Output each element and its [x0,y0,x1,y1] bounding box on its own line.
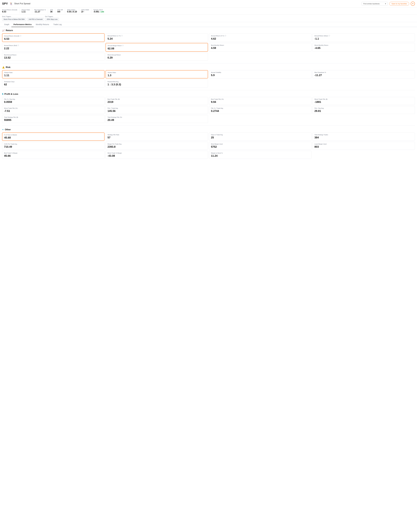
metric-least-margin-used: Least Margin Used 803 [313,142,415,150]
return-section-title: Return [6,29,13,32]
metric-annual-volatility: Annual Volatility 5.9 [209,70,312,78]
metric-annual-return-1yr: Annual Return (1 Yr) ⓘ 5.24 [105,33,208,42]
return-icon: 📈 [2,29,5,32]
tab-trade-log[interactable]: Trade Log [51,22,63,27]
tab-graph[interactable]: Graph [2,22,11,27]
metric-annual-return-bear: Annual Return (Bear) ⓘ -1.1 [313,33,415,42]
other-row-2: Cr/Dr Per Trade Avg. 710.49 Margin Per T… [2,142,415,150]
metric-best-annual-return: Best Annual Return 13.52 [2,53,104,61]
return-row-1: Annual Return (Overall) ⓘ 6.53 Annual Re… [2,33,415,42]
metric-best-trade-pnl-dollar: Best Trade P&L ($) 2319 [105,97,208,105]
stat-max-drawdown: Max Drawdown % -11.27 [34,9,48,13]
metric-reward-risk: Reward:Risk Avg. 1 : 3.3 (0.3) [105,80,208,87]
metric-strategy-win-rate: Strategy Win Rate 57 [105,132,208,141]
metric-best-monthly-return: Best Monthly Return 4.59 [209,43,312,52]
main-content: 📈 Return Annual Return (Overall) ⓘ 6.53 … [0,27,417,162]
metric-worst-trade-pct-margin: Worst Trade % Margin -43.08 [105,151,208,159]
info-icon: ⓘ [225,35,226,37]
metric-annual-return-bull: Annual Return (Bull) ⓘ 2.22 [2,43,104,52]
metric-total-strategy-trades: Total Strategy Trades 384 [313,132,415,141]
metric-most-margin-used: Most Margin Used 5752 [209,142,312,150]
other-icon: ✦ [2,129,4,131]
tab-monthly-returns[interactable]: Monthly Returns [34,22,51,27]
metric-worst-monthly-return: Worst Monthly Return -4.65 [313,43,415,52]
metric-worst-trade-pnl-pct: Worst Trade P&L (%) -7.51 [2,106,104,114]
risk-row-1: Sharpe Ratio 1.11 Sortino Ratio 1.3 Annu… [2,70,415,78]
trigger-tags-container: Stock Price is Below 50d SMA 14d RSI is … [2,18,415,21]
stat-annual-return-overall: Annual Return (Overall) 6.53 [2,9,20,13]
metric-max-drawdown: Max Drawdown % -11.27 [313,70,415,78]
risk-icon: ⚠️ [2,66,5,69]
metric-pnl-pct-trade-avg: P&L % / Trade Avg. 0.2744 [209,106,312,114]
metric-pnl-pct-day-avg: P&L % / Day Avg. 0.0559 [2,97,104,105]
return-row-2: Annual Return (Bull) ⓘ 2.22 Annual Margi… [2,43,415,52]
low-badge: LOW [100,11,104,13]
ticker-label: SPY [2,2,8,5]
header: SPY 🃏 Short Put Spread Find similar back… [0,0,417,8]
close-button[interactable]: × [411,1,415,6]
stats-bar: Annual Return (Overall) 6.53 Sharpe Rati… [0,8,417,15]
stat-sharpe-ratio: Sharpe Ratio 1.11 [21,9,32,13]
other-section-title: Other [5,128,11,131]
other-row-1: % of Time in Market 45.68 Strategy Win R… [2,132,415,141]
metric-annual-margin-return: Annual Margin Return ⓘ 62.08 [105,43,208,52]
pnl-section-header: $ Profit & Loss [2,93,415,95]
strategy-icon: 🃏 [10,2,13,5]
exit-triggers-label: Exit Triggers [45,16,53,17]
stat-strike-width: Strike Width 2/– [81,9,91,13]
info-icon: ⓘ [122,45,124,47]
metric-days-in-trade-avg: Days In Trade Avg. 25 [209,132,312,141]
metric-margin-to-stock: Margin to Stock % 11.24 [209,151,312,159]
metric-annual-return-5yr: Annual Return (5 Yr) ⓘ 4.62 [209,33,312,42]
info-icon: ⓘ [329,35,330,37]
return-section-header: 📈 Return [2,29,415,32]
metric-worst-trade-pnl-dollar: Worst Trade P&L ($) -1881 [313,97,415,105]
pnl-row-2: Worst Trade P&L (%) -7.51 P&L / Trade Av… [2,106,415,114]
info-icon: ⓘ [20,35,21,37]
risk-row-2: Drawdown Days 62 Reward:Risk Avg. 1 : 3.… [2,80,415,87]
metric-total-pnl-dollar: Total Strategy P&L ($) 55895 [2,115,104,123]
chevron-down-icon: ▾ [385,3,386,5]
metric-best-trade-pnl-pct: Best Trade P&L (%) 9.94 [209,97,312,105]
trigger-tag-2: 14d RSI is Oversold [27,18,44,21]
trigger-tag-3: -50% Stop Loss [45,18,59,21]
trigger-tag-1: Stock Price is Below 50d SMA [2,18,26,21]
strategy-name: Short Put Spread [14,2,360,5]
pnl-icon: $ [2,93,3,95]
other-section-header: ✦ Other [2,128,415,131]
metric-sortino-ratio: Sortino Ratio 1.3 [105,70,208,78]
metric-sharpe-ratio: Sharpe Ratio 1.11 [2,70,104,78]
info-icon: ⓘ [121,35,123,37]
stat-dte: DTE 36 [50,9,55,13]
metric-crdr-per-trade: Cr/Dr Per Trade Avg. 710.49 [2,142,104,150]
save-favorites-button[interactable]: Save to my favorites [389,2,409,6]
other-row-3: Best Trade % Margin 45.66 Worst Trade % … [2,151,415,159]
stat-dte-diff: DTE Diff 0/0 [57,9,65,13]
metric-worst-annual-return: Worst Annual Return 0.29 [105,53,208,61]
metric-margin-per-trade: Margin Per Trade Avg. 2393.8 [105,142,208,150]
pnl-row-1: P&L % / Day Avg. 0.0559 Best Trade P&L (… [2,97,415,105]
metric-pnl-trade-avg: P&L / Trade Avg. 145.56 [105,106,208,114]
entry-triggers-label: Entry Triggers [2,16,11,17]
return-row-3: Best Annual Return 13.52 Worst Annual Re… [2,53,415,61]
triggers-section: Entry Triggers Exit Triggers Stock Price… [0,15,417,22]
metric-drawdown-days: Drawdown Days 62 [2,80,104,87]
metric-pnl-day-avg: P&L / Day Avg. 29.81 [313,106,415,114]
find-similar-dropdown[interactable]: Find similar backtests ▾ [362,2,388,6]
pnl-row-3: Total Strategy P&L ($) 55895 Total Strat… [2,115,415,123]
stat-strike-deltas: Strike Deltas 0.55 | 0.10 [67,9,79,13]
metric-pct-time-market: % of Time in Market 45.68 [2,132,104,141]
metric-best-trade-pct-margin: Best Trade % Margin 45.66 [2,151,104,159]
pnl-section-title: Profit & Loss [4,93,18,95]
metric-total-pnl-pct: Total Strategy P&L (%) 20.49 [105,115,208,123]
risk-section-header: ⚠️ Risk [2,66,415,69]
metric-annual-return-overall: Annual Return (Overall) ⓘ 6.53 [2,33,104,42]
nav-tabs: Graph Performance Metrics Monthly Return… [0,22,417,27]
stat-spread-stock: Spread / Stock -0.061 LOW [94,9,107,13]
info-icon: ⓘ [18,44,19,46]
tab-performance-metrics[interactable]: Performance Metrics [11,22,34,27]
risk-section-title: Risk [6,66,10,69]
